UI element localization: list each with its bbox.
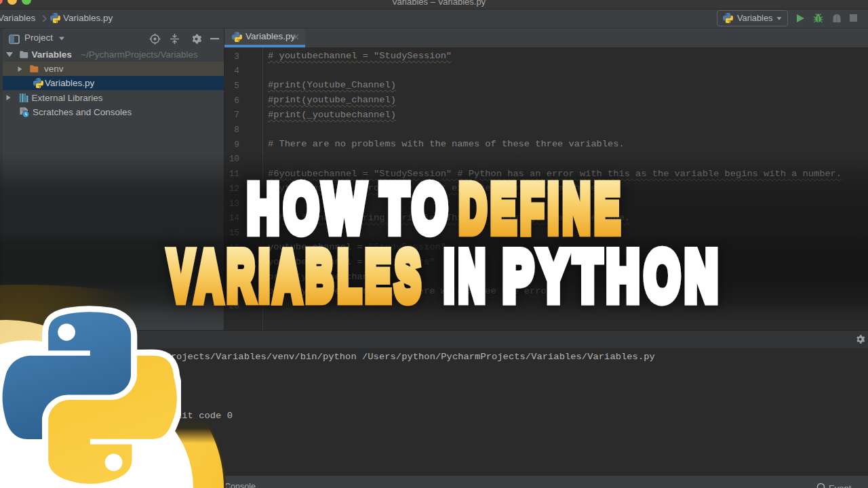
svg-text:IN: IN bbox=[444, 237, 490, 314]
svg-text:PYTHON: PYTHON bbox=[503, 237, 723, 314]
svg-text:HOW: HOW bbox=[248, 169, 370, 246]
svg-text:TO: TO bbox=[381, 170, 452, 247]
svg-text:VARIABLES: VARIABLES bbox=[168, 237, 425, 315]
svg-text:DEFINE: DEFINE bbox=[459, 169, 624, 246]
